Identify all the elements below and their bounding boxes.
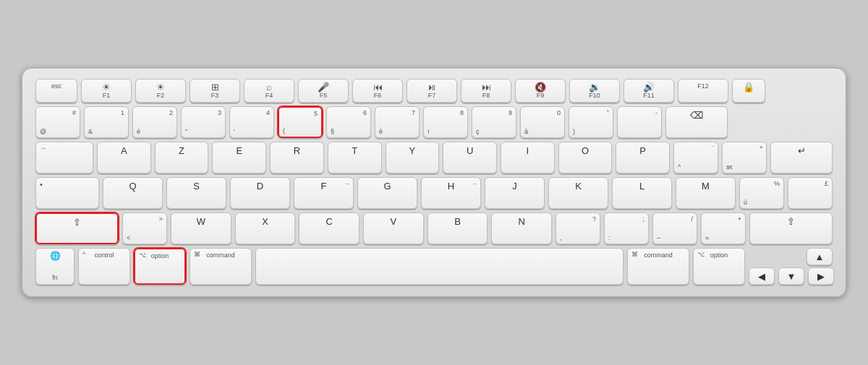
number-row: # @ 1 & 2 é 3 " 4 ' 5 ( 6 § 7 è	[35, 106, 833, 138]
key-5[interactable]: 5 (	[278, 106, 323, 138]
key-semicolon[interactable]: ; :	[604, 212, 649, 244]
key-t[interactable]: T	[328, 142, 382, 173]
arrow-cluster: ▲ ◀ ▼ ▶	[749, 248, 833, 285]
modifier-row: 🌐 fn ^ control ⌥ option ⌘ command ⌘ comm…	[35, 248, 833, 285]
key-equals[interactable]: + =	[701, 212, 746, 244]
key-w[interactable]: W	[171, 212, 231, 244]
key-h[interactable]: – H	[421, 177, 481, 209]
key-n[interactable]: N	[491, 212, 552, 244]
key-f10[interactable]: 🔉 F10	[569, 79, 620, 103]
keyboard: esc ☀︎ F1 ☀ F2 ⊞ F3 ⌕ F4 🎤 F5 ⏮ F6 ⏯ F7	[22, 68, 846, 297]
key-space[interactable]	[255, 248, 624, 285]
key-a[interactable]: A	[97, 142, 151, 173]
key-option-right[interactable]: ⌥ option	[693, 248, 745, 285]
key-percent[interactable]: % ù	[739, 177, 784, 209]
arrow-lr-row: ◀ ▼ ▶	[749, 267, 833, 285]
key-7[interactable]: 7 è	[375, 106, 420, 138]
key-f[interactable]: – F	[294, 177, 354, 209]
arrow-up-row: ▲	[749, 248, 833, 265]
key-f6[interactable]: ⏮ F6	[352, 79, 403, 103]
key-k[interactable]: K	[548, 177, 608, 209]
key-v[interactable]: V	[363, 212, 424, 244]
key-f11[interactable]: 🔊 F11	[624, 79, 674, 103]
key-shift-right[interactable]: ⇧	[749, 212, 833, 244]
key-q[interactable]: Q	[103, 177, 163, 209]
key-f4[interactable]: ⌕ F4	[244, 79, 294, 103]
key-f2[interactable]: ☀ F2	[135, 79, 186, 103]
f-row: esc ☀︎ F1 ☀ F2 ⊞ F3 ⌕ F4 🎤 F5 ⏮ F6 ⏯ F7	[35, 79, 833, 103]
key-command-left[interactable]: ⌘ command	[190, 248, 252, 285]
key-f1[interactable]: ☀︎ F1	[81, 79, 132, 103]
qwerty-row3: ⇧ > < W X C V B N ? , ; : / – + = ⇧	[35, 212, 833, 244]
key-backspace[interactable]: ⌫	[665, 106, 728, 138]
key-command-right[interactable]: ⌘ command	[627, 248, 689, 285]
key-d[interactable]: D	[230, 177, 290, 209]
key-4[interactable]: 4 '	[229, 106, 274, 138]
key-m[interactable]: M	[676, 177, 736, 209]
key-o[interactable]: O	[558, 142, 613, 173]
key-x[interactable]: X	[235, 212, 296, 244]
key-9[interactable]: 9 ç	[472, 106, 516, 138]
key-arrow-right[interactable]: ▶	[808, 267, 834, 285]
key-lt-gt[interactable]: > <	[122, 212, 167, 244]
key-f8[interactable]: ⏭ F8	[461, 79, 511, 103]
key-l[interactable]: L	[612, 177, 672, 209]
key-c[interactable]: C	[299, 212, 359, 244]
key-z[interactable]: Z	[155, 142, 209, 173]
key-y[interactable]: Y	[386, 142, 440, 173]
key-comma[interactable]: ? ,	[556, 212, 600, 244]
key-f7[interactable]: ⏯ F7	[407, 79, 457, 103]
key-caret[interactable]: ¨ ^	[673, 142, 718, 173]
key-dollar[interactable]: * $€	[722, 142, 767, 173]
qwerty-row2: • Q S D – F G – H J K L M % ù £	[35, 177, 833, 209]
key-pound[interactable]: £	[788, 177, 833, 209]
key-8[interactable]: 8 !	[423, 106, 468, 138]
key-arrow-left[interactable]: ◀	[749, 267, 775, 285]
key-degree[interactable]: ° )	[569, 106, 613, 138]
key-u[interactable]: U	[443, 142, 497, 173]
key-at[interactable]: # @	[35, 106, 80, 138]
key-arrow-down[interactable]: ▼	[778, 267, 804, 285]
key-f3[interactable]: ⊞ F3	[190, 79, 240, 103]
key-g[interactable]: G	[357, 177, 417, 209]
key-slash[interactable]: / –	[652, 212, 697, 244]
key-fn[interactable]: 🌐 fn	[35, 248, 75, 285]
key-0[interactable]: 0 à	[520, 106, 565, 138]
key-j[interactable]: J	[485, 177, 545, 209]
key-tab[interactable]: →	[35, 142, 93, 173]
key-i[interactable]: I	[501, 142, 555, 173]
key-1[interactable]: 1 &	[84, 106, 129, 138]
key-f9[interactable]: 🔇 F9	[515, 79, 566, 103]
key-shift-left[interactable]: ⇧	[35, 212, 119, 244]
key-lock[interactable]: 🔒	[732, 79, 765, 103]
key-e[interactable]: E	[212, 142, 266, 173]
key-p[interactable]: P	[616, 142, 670, 173]
key-b[interactable]: B	[427, 212, 488, 244]
key-6[interactable]: 6 §	[326, 106, 371, 138]
key-option-left[interactable]: ⌥ option	[134, 248, 186, 285]
key-capslock[interactable]: •	[35, 177, 99, 209]
key-r[interactable]: R	[270, 142, 324, 173]
key-control[interactable]: ^ control	[78, 248, 130, 285]
key-arrow-up[interactable]: ▲	[807, 248, 833, 265]
key-s[interactable]: S	[166, 177, 226, 209]
key-minus[interactable]: -	[617, 106, 662, 138]
qwerty-row1: → A Z E R T Y U I O P ¨ ^ * $€ ↵	[35, 142, 833, 173]
key-f12[interactable]: F12	[678, 79, 728, 103]
key-2[interactable]: 2 é	[132, 106, 177, 138]
key-f5[interactable]: 🎤 F5	[298, 79, 349, 103]
key-3[interactable]: 3 "	[181, 106, 226, 138]
key-enter[interactable]: ↵	[770, 142, 833, 173]
key-esc[interactable]: esc	[35, 79, 77, 103]
